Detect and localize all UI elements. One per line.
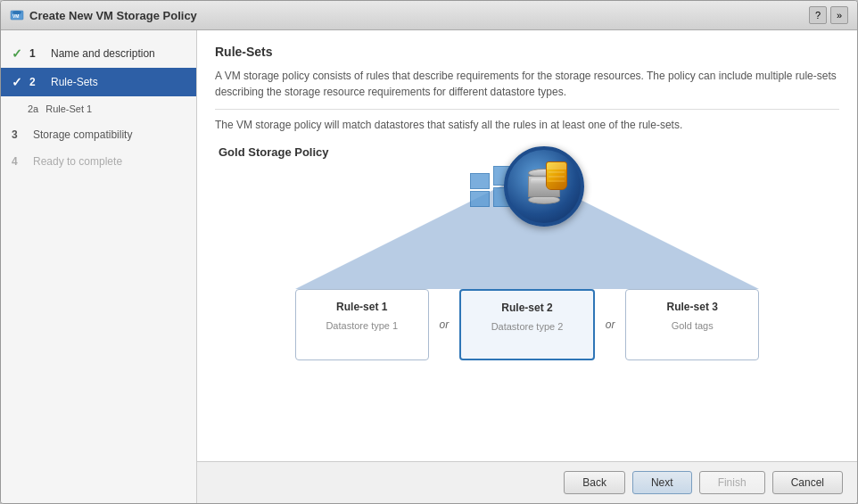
sidebar-label-ready-to-complete: Ready to complete — [33, 155, 122, 168]
ruleset-1-title: Rule-set 1 — [336, 301, 387, 313]
sidebar-label-storage-compatibility: Storage compatibility — [33, 128, 132, 141]
db-icon — [528, 169, 560, 204]
content-title: Rule-Sets — [215, 45, 839, 59]
window-title: Create New VM Storage Policy — [29, 9, 197, 22]
ruleset-2-sub: Datastore type 2 — [491, 321, 564, 332]
sidebar-label-rule-sets: Rule-Sets — [51, 76, 98, 88]
ruleset-3-title: Rule-set 3 — [667, 301, 718, 313]
main-window: VM Create New VM Storage Policy ? » ✓ 1 … — [0, 0, 858, 504]
ruleset-1-sub: Datastore type 1 — [326, 320, 398, 331]
step-1-number: 1 — [29, 47, 44, 60]
step-2-number: 2 — [29, 76, 44, 88]
step-3-number: 3 — [12, 128, 26, 141]
next-button[interactable]: Next — [632, 471, 692, 494]
sidebar-item-ready-to-complete: 4 Ready to complete — [1, 148, 196, 175]
back-button[interactable]: Back — [564, 471, 625, 494]
svg-text:VM: VM — [12, 13, 20, 19]
storage-icon-area — [470, 146, 584, 227]
finish-button: Finish — [699, 471, 765, 494]
content-scroll: Rule-Sets A VM storage policy consists o… — [197, 30, 857, 461]
sidebar: ✓ 1 Name and description ✓ 2 Rule-Sets 2… — [1, 30, 197, 503]
pyramid-area — [295, 173, 759, 289]
or-label-2: or — [595, 318, 626, 331]
step-2a-number: 2a — [28, 103, 38, 114]
titlebar: VM Create New VM Storage Policy ? » — [1, 1, 857, 30]
blue-box-2 — [470, 191, 490, 207]
sidebar-label-name-description: Name and description — [51, 47, 155, 60]
or-label-1: or — [429, 318, 460, 331]
magnify-circle — [504, 146, 584, 227]
footer: Back Next Finish Cancel — [197, 461, 857, 503]
titlebar-left: VM Create New VM Storage Policy — [10, 8, 197, 22]
match-text: The VM storage policy will match datasto… — [215, 119, 839, 131]
step-4-number: 4 — [12, 155, 26, 168]
diagram-container: Rule-set 1 Datastore type 1 or Rule-set … — [215, 173, 839, 360]
help-button[interactable]: ? — [809, 6, 827, 24]
ruleset-2-title: Rule-set 2 — [501, 302, 552, 314]
sidebar-label-rule-set-1: Rule-Set 1 — [45, 103, 92, 114]
divider — [215, 109, 839, 110]
titlebar-controls: ? » — [809, 6, 848, 24]
check-icon-2: ✓ — [12, 75, 22, 89]
content-area: Rule-Sets A VM storage policy consists o… — [197, 30, 857, 503]
ruleset-row: Rule-set 1 Datastore type 1 or Rule-set … — [295, 289, 759, 360]
ruleset-3-sub: Gold tags — [672, 320, 714, 331]
main-content: ✓ 1 Name and description ✓ 2 Rule-Sets 2… — [1, 30, 857, 503]
sidebar-item-rule-sets[interactable]: ✓ 2 Rule-Sets — [1, 68, 196, 96]
blue-box-1 — [470, 173, 490, 189]
expand-button[interactable]: » — [830, 6, 848, 24]
sidebar-item-storage-compatibility[interactable]: 3 Storage compatibility — [1, 121, 196, 148]
ruleset-box-2: Rule-set 2 Datastore type 2 — [459, 289, 595, 360]
window-icon: VM — [10, 8, 24, 22]
content-desc-1: A VM storage policy consists of rules th… — [215, 68, 839, 100]
cancel-button[interactable]: Cancel — [772, 471, 843, 494]
ruleset-box-3: Rule-set 3 Gold tags — [625, 289, 759, 360]
sidebar-item-rule-set-1[interactable]: 2a Rule-Set 1 — [1, 96, 196, 121]
check-icon-1: ✓ — [12, 46, 22, 61]
sidebar-item-name-description[interactable]: ✓ 1 Name and description — [1, 39, 196, 68]
gold-scroll — [546, 161, 569, 192]
ruleset-box-1: Rule-set 1 Datastore type 1 — [295, 289, 429, 360]
